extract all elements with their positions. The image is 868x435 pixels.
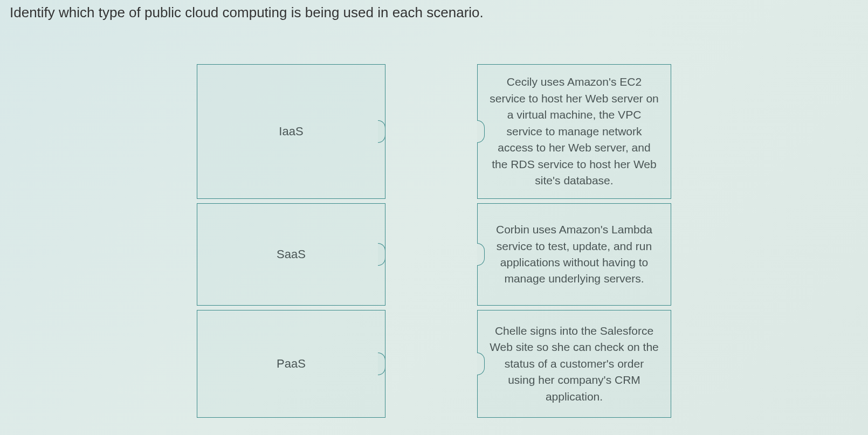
scenario-cecily[interactable]: Cecily uses Amazon's EC2 service to host…: [477, 64, 671, 199]
scenario-corbin[interactable]: Corbin uses Amazon's Lambda service to t…: [477, 203, 671, 306]
draggable-options-column: IaaS SaaS PaaS: [197, 64, 385, 418]
matching-area: IaaS SaaS PaaS Cecily uses Amazon's EC2 …: [10, 64, 858, 418]
scenario-text: Chelle signs into the Salesforce Web sit…: [490, 323, 659, 405]
puzzle-tab-icon: [378, 353, 385, 375]
question-instruction: Identify which type of public cloud comp…: [10, 4, 858, 21]
scenario-targets-column: Cecily uses Amazon's EC2 service to host…: [477, 64, 671, 418]
option-paas[interactable]: PaaS: [197, 310, 385, 418]
option-saas[interactable]: SaaS: [197, 203, 385, 306]
puzzle-tab-icon: [378, 120, 385, 143]
puzzle-notch-icon: [477, 243, 485, 266]
puzzle-tab-icon: [378, 243, 385, 266]
option-label: PaaS: [277, 357, 306, 371]
scenario-chelle[interactable]: Chelle signs into the Salesforce Web sit…: [477, 310, 671, 418]
option-iaas[interactable]: IaaS: [197, 64, 385, 199]
option-label: SaaS: [277, 247, 306, 261]
scenario-text: Cecily uses Amazon's EC2 service to host…: [490, 74, 659, 189]
puzzle-notch-icon: [477, 353, 485, 375]
scenario-text: Corbin uses Amazon's Lambda service to t…: [490, 222, 659, 287]
option-label: IaaS: [279, 125, 303, 139]
puzzle-notch-icon: [477, 120, 485, 143]
